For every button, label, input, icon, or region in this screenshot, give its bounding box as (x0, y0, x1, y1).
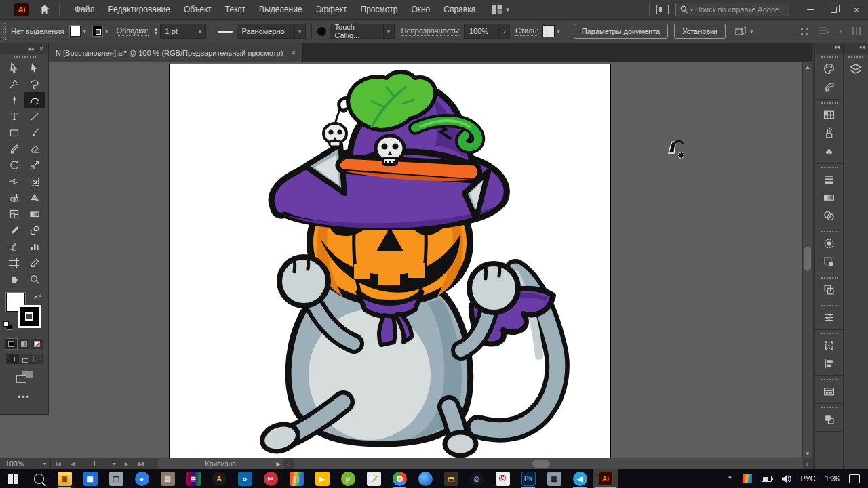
mesh-tool[interactable] (4, 206, 24, 222)
preferences-button[interactable]: Установки (674, 24, 726, 39)
artboards-panel-icon[interactable] (815, 382, 843, 401)
telegram-app[interactable]: ◀ (567, 469, 593, 488)
align-panel-icon[interactable] (815, 354, 843, 373)
line-segment-tool[interactable] (24, 108, 45, 125)
arrange-documents-icon[interactable] (656, 5, 669, 14)
fill-stroke-indicator[interactable] (0, 291, 48, 336)
swatches-panel-icon[interactable] (815, 106, 843, 124)
zoom-tool[interactable] (24, 271, 45, 287)
eyedropper-tool[interactable] (4, 222, 24, 239)
horizontal-scrollbar[interactable] (294, 458, 803, 469)
draw-inside-button[interactable] (31, 354, 43, 364)
stroke-panel-icon[interactable] (815, 170, 843, 188)
vertical-scrollbar[interactable]: ▲ ▼ (802, 62, 812, 458)
shape-builder-tool[interactable] (4, 190, 24, 206)
stroke-weight-stepper[interactable]: ▲▼ (154, 27, 159, 35)
column-graph-tool[interactable] (24, 239, 45, 255)
tray-color-app-icon[interactable] (738, 469, 757, 488)
gradient-tool[interactable] (24, 206, 45, 222)
transparency-panel-icon[interactable] (815, 207, 843, 225)
close-tab-icon[interactable]: × (291, 48, 296, 58)
taskbar-search-button[interactable] (26, 469, 52, 488)
rotate-tool[interactable] (4, 157, 24, 174)
scroll-up-icon[interactable]: ▲ (803, 62, 812, 72)
media-player-app[interactable]: ▶ (309, 469, 335, 488)
utorrent-app[interactable]: µ (335, 469, 361, 488)
close-button[interactable]: × (845, 0, 868, 19)
help-search[interactable]: ▾ Поиск по справке Adobe (675, 3, 789, 16)
menu-item-type[interactable]: Текст (218, 5, 252, 14)
scale-tool[interactable] (24, 157, 45, 174)
clock[interactable]: 1:36 (821, 469, 844, 488)
illustrator-app[interactable]: Ai (593, 469, 618, 488)
panel-grip[interactable] (2, 22, 7, 40)
swap-fill-stroke-icon[interactable] (33, 293, 43, 301)
panel-columns-icon[interactable] (852, 26, 863, 36)
perspective-grid-tool[interactable] (24, 190, 45, 206)
color-mode-button[interactable] (5, 339, 17, 349)
asset-export-panel-icon[interactable] (815, 410, 843, 428)
collapse-dock-icon[interactable]: ◂◂ (844, 43, 868, 54)
free-transform-tool[interactable] (24, 174, 45, 190)
brushes-panel-icon[interactable] (815, 124, 843, 142)
direct-selection-tool[interactable] (24, 60, 45, 76)
stroke-color-control[interactable]: ▾ (92, 26, 111, 37)
maps-app[interactable]: ● (129, 469, 155, 488)
status-expand-icon[interactable]: ▶ (277, 461, 281, 467)
chrome-app[interactable] (387, 469, 412, 488)
stroke-weight-value[interactable]: 1 pt (160, 24, 195, 39)
symbols-panel-icon[interactable]: ♣ (815, 142, 843, 161)
volume-icon[interactable] (776, 469, 796, 488)
menu-item-select[interactable]: Выделение (252, 5, 309, 14)
chevron-down-icon[interactable]: ▾ (748, 28, 755, 35)
lasso-tool[interactable] (24, 76, 45, 92)
illustrator-app-icon[interactable]: Ai (14, 3, 29, 16)
default-fill-stroke-icon[interactable] (3, 321, 12, 330)
language-indicator[interactable]: РУС (796, 469, 821, 488)
slice-tool[interactable] (24, 255, 45, 271)
gradient-mode-button[interactable] (18, 339, 30, 349)
change-screen-mode-button[interactable] (16, 371, 33, 383)
media-tool-app[interactable]: ✂ (258, 469, 283, 488)
magic-wand-tool[interactable] (4, 76, 24, 92)
winrar-app[interactable]: ≣ (180, 469, 206, 488)
type-tool[interactable]: T (4, 108, 24, 125)
aimp-app[interactable]: A (206, 469, 232, 488)
scrollbar-thumb[interactable] (804, 247, 811, 271)
system-monitor-app[interactable]: 🗔 (103, 469, 129, 488)
calculator-app[interactable]: ▦ (541, 469, 567, 488)
touch-workspace-icon[interactable] (800, 26, 809, 36)
none-mode-button[interactable] (31, 339, 43, 349)
panel-grip[interactable] (815, 404, 843, 410)
halloween-cat-artwork[interactable] (170, 64, 610, 458)
panel-grip[interactable] (815, 164, 843, 170)
artboard-dropdown-icon[interactable]: ▾ (109, 461, 120, 467)
menu-item-effect[interactable]: Эффект (309, 5, 354, 14)
restore-button[interactable] (822, 0, 845, 19)
panel-grip[interactable] (844, 54, 868, 60)
notepad-app[interactable]: 📝 (361, 469, 387, 488)
collapse-dock-icon[interactable]: ◂◂ (815, 43, 843, 54)
symbol-sprayer-tool[interactable] (4, 239, 24, 255)
last-artboard-button[interactable]: ▶ (134, 461, 149, 467)
panel-grip[interactable] (0, 54, 48, 60)
menu-item-help[interactable]: Справка (437, 5, 482, 14)
paintbrush-tool[interactable] (24, 125, 45, 141)
hand-tool[interactable] (4, 271, 24, 287)
document-tab[interactable]: N [Восстановлен].ai* @ 100 % (RGB/Предва… (49, 43, 303, 62)
fill-color-control[interactable]: ▾ (70, 26, 88, 37)
browser-app[interactable] (412, 469, 438, 488)
layers-panel-icon[interactable] (844, 60, 868, 78)
file-explorer-app[interactable]: ▣ (52, 469, 77, 488)
properties-panel-icon[interactable] (815, 308, 843, 327)
previous-artboard-button[interactable]: ◀ (66, 461, 79, 467)
pathfinder-panel-icon[interactable] (815, 281, 843, 299)
photoshop-app[interactable]: Ps (515, 469, 541, 488)
eraser-tool[interactable] (24, 141, 45, 157)
stroke-weight-dropdown[interactable]: ▾ (195, 24, 206, 39)
width-tool[interactable] (4, 174, 24, 190)
draw-normal-button[interactable] (6, 354, 18, 364)
menu-item-edit[interactable]: Редактирование (102, 5, 177, 14)
camera-app[interactable]: ◎ (464, 469, 490, 488)
color-lines-app[interactable]: ∣∣ (283, 469, 309, 488)
